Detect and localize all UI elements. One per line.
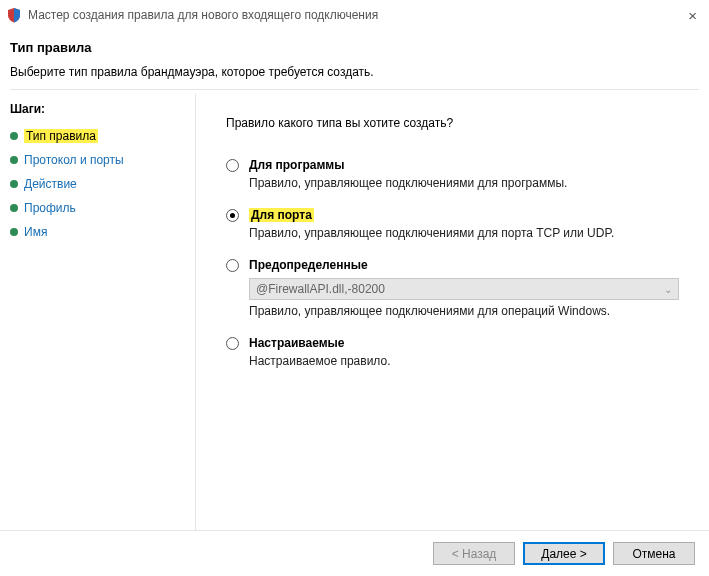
main-panel: Правило какого типа вы хотите создать? Д… <box>195 94 709 530</box>
option-program-desc: Правило, управляющее подключениями для п… <box>249 176 679 190</box>
radio-custom[interactable] <box>226 337 239 350</box>
option-predefined-desc: Правило, управляющее подключениями для о… <box>249 304 679 318</box>
wizard-header: Тип правила Выберите тип правила брандма… <box>0 30 709 96</box>
option-predefined-label: Предопределенные <box>249 258 368 272</box>
option-port: Для порта Правило, управляющее подключен… <box>226 208 679 240</box>
app-icon <box>6 7 22 23</box>
radio-program[interactable] <box>226 159 239 172</box>
option-port-desc: Правило, управляющее подключениями для п… <box>249 226 679 240</box>
step-name[interactable]: Имя <box>10 220 195 244</box>
step-bullet-icon <box>10 228 18 236</box>
window-title: Мастер создания правила для нового входя… <box>28 8 661 22</box>
option-program-label: Для программы <box>249 158 344 172</box>
chevron-down-icon: ⌄ <box>664 284 672 295</box>
steps-heading: Шаги: <box>10 102 195 116</box>
option-custom: Настраиваемые Настраиваемое правило. <box>226 336 679 368</box>
step-bullet-icon <box>10 180 18 188</box>
step-bullet-icon <box>10 132 18 140</box>
option-custom-label: Настраиваемые <box>249 336 344 350</box>
radio-predefined[interactable] <box>226 259 239 272</box>
step-bullet-icon <box>10 156 18 164</box>
radio-port[interactable] <box>226 209 239 222</box>
wizard-footer: < Назад Далее > Отмена <box>0 530 709 576</box>
option-program: Для программы Правило, управляющее подкл… <box>226 158 679 190</box>
titlebar: Мастер создания правила для нового входя… <box>0 0 709 30</box>
back-button: < Назад <box>433 542 515 565</box>
cancel-button[interactable]: Отмена <box>613 542 695 565</box>
step-label: Действие <box>24 177 77 191</box>
next-button[interactable]: Далее > <box>523 542 605 565</box>
step-label: Протокол и порты <box>24 153 124 167</box>
option-port-label: Для порта <box>249 208 314 222</box>
step-bullet-icon <box>10 204 18 212</box>
header-divider <box>10 89 699 90</box>
step-protocol-ports[interactable]: Протокол и порты <box>10 148 195 172</box>
steps-sidebar: Шаги: Тип правила Протокол и порты Дейст… <box>0 94 195 530</box>
step-label: Имя <box>24 225 47 239</box>
option-custom-desc: Настраиваемое правило. <box>249 354 679 368</box>
prompt-text: Правило какого типа вы хотите создать? <box>226 116 679 130</box>
page-title: Тип правила <box>10 40 699 55</box>
step-label: Тип правила <box>24 129 98 143</box>
predefined-combo-value: @FirewallAPI.dll,-80200 <box>256 282 385 296</box>
predefined-combo: @FirewallAPI.dll,-80200 ⌄ <box>249 278 679 300</box>
step-label: Профиль <box>24 201 76 215</box>
step-profile[interactable]: Профиль <box>10 196 195 220</box>
option-predefined: Предопределенные @FirewallAPI.dll,-80200… <box>226 258 679 318</box>
page-subtitle: Выберите тип правила брандмауэра, которо… <box>10 65 699 79</box>
step-rule-type[interactable]: Тип правила <box>10 124 195 148</box>
close-icon[interactable]: × <box>661 7 701 24</box>
step-action[interactable]: Действие <box>10 172 195 196</box>
